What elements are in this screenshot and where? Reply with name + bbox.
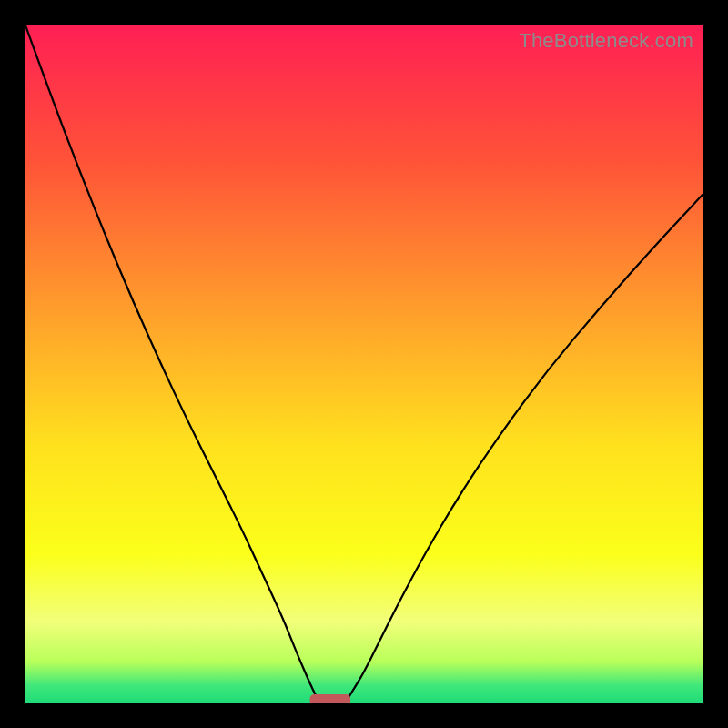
bottleneck-marker [309,694,350,703]
plot-area: TheBottleneck.com [25,25,703,703]
chart-svg [25,25,703,703]
chart-frame: TheBottleneck.com [0,0,728,728]
gradient-background [25,25,703,703]
watermark-text: TheBottleneck.com [519,29,693,53]
